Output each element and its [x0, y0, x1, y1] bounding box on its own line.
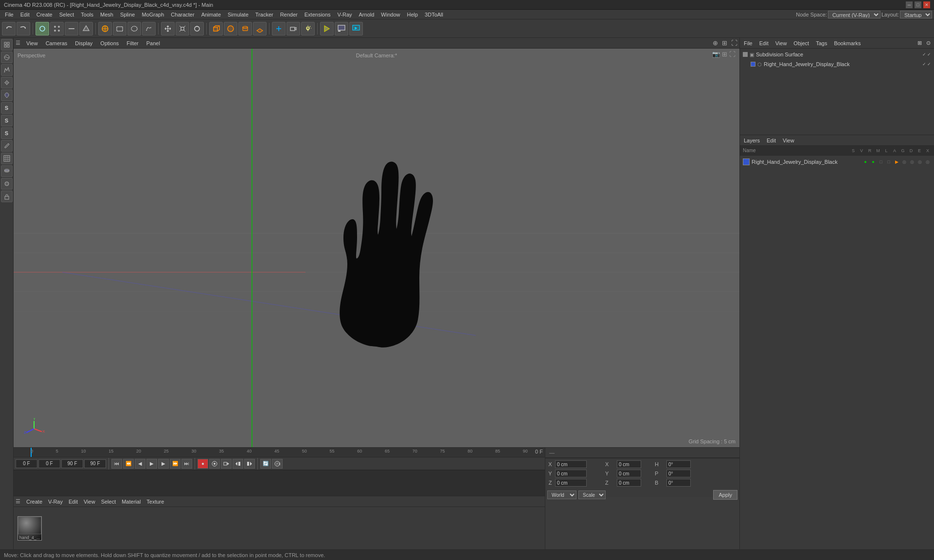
- layer-item-hand[interactable]: Right_Hand_Jewelry_Display_Black ● ● □ □…: [741, 157, 933, 167]
- menu-file[interactable]: File: [2, 11, 17, 18]
- om-menu-tags[interactable]: Tags: [814, 39, 829, 47]
- freehand-select-button[interactable]: [142, 22, 156, 35]
- layer-icon-lock[interactable]: □: [885, 159, 892, 164]
- vp-menu-cameras[interactable]: Cameras: [44, 39, 70, 47]
- prev-key-button[interactable]: ⏪: [123, 459, 134, 469]
- body-paint-tool[interactable]: [1, 89, 13, 101]
- menu-animate[interactable]: Animate: [198, 11, 224, 18]
- node-space-dropdown[interactable]: Current (V-Ray): [828, 11, 880, 18]
- box-button[interactable]: [209, 22, 223, 35]
- rotate-button[interactable]: [190, 22, 204, 35]
- plane-button[interactable]: [253, 22, 267, 35]
- layer-icon-eye[interactable]: ●: [862, 159, 869, 164]
- scale-button[interactable]: [176, 22, 189, 35]
- om-filter-icon[interactable]: ⊞: [916, 39, 923, 47]
- menu-select[interactable]: Select: [56, 11, 77, 18]
- timeline-track[interactable]: [14, 470, 545, 496]
- vp-menu-options[interactable]: Options: [98, 39, 121, 47]
- next-frame-button[interactable]: ▶: [158, 459, 169, 469]
- coord-p-input[interactable]: [666, 470, 691, 477]
- render-button[interactable]: [320, 22, 334, 35]
- object-item-hand[interactable]: ⬡ Right_Hand_Jewelry_Display_Black ✓ ✓: [741, 59, 933, 69]
- mat-menu-edit[interactable]: Edit: [67, 498, 80, 506]
- polygon-mode-button[interactable]: [79, 22, 93, 35]
- mat-hamburger[interactable]: ☰: [16, 498, 20, 505]
- menu-3dtoall[interactable]: 3DToAll: [422, 11, 446, 18]
- mat-menu-view[interactable]: View: [82, 498, 97, 506]
- vp-menu-display[interactable]: Display: [73, 39, 94, 47]
- vp-menu-filter[interactable]: Filter: [125, 39, 140, 47]
- lp-menu-layers[interactable]: Layers: [742, 137, 762, 144]
- mat-menu-material[interactable]: Material: [120, 498, 143, 506]
- grid-paint-tool[interactable]: [1, 153, 13, 164]
- layer-icon-anim[interactable]: ▶: [893, 159, 900, 164]
- menu-window[interactable]: Window: [378, 11, 403, 18]
- viewport-canvas[interactable]: Perspective Default Camera:* 📷 ⊞ ⛶ Grid …: [14, 49, 739, 447]
- uv-tool[interactable]: [1, 52, 13, 63]
- world-coord-dropdown[interactable]: World Object Parent: [547, 490, 576, 499]
- menu-tracker[interactable]: Tracker: [252, 11, 276, 18]
- light-button[interactable]: [301, 22, 315, 35]
- vis-check-1[interactable]: ✓: [922, 52, 926, 57]
- mat-menu-vray[interactable]: V-Ray: [46, 498, 65, 506]
- coord-z2-input[interactable]: [617, 479, 641, 487]
- mesh-mode-button[interactable]: [50, 22, 64, 35]
- s-tool-2[interactable]: S: [1, 115, 13, 126]
- cylinder-button[interactable]: [238, 22, 252, 35]
- layer-icon-render[interactable]: ●: [870, 159, 877, 164]
- play-button[interactable]: ▶: [146, 459, 157, 469]
- menu-create[interactable]: Create: [34, 11, 55, 18]
- prev-marker-button[interactable]: [233, 459, 243, 469]
- model-tool[interactable]: [1, 39, 13, 51]
- loop-button[interactable]: 🔄: [260, 459, 271, 469]
- layer-icon-gen[interactable]: ◎: [901, 159, 908, 164]
- vp-hamburger[interactable]: ☰: [16, 40, 20, 46]
- om-menu-file[interactable]: File: [742, 39, 754, 47]
- null-button[interactable]: [272, 22, 286, 35]
- vp-camera-icon[interactable]: 📷: [712, 51, 720, 58]
- vp-menu-view[interactable]: View: [24, 39, 40, 47]
- om-menu-object[interactable]: Object: [791, 39, 811, 47]
- menu-mesh[interactable]: Mesh: [97, 11, 116, 18]
- coord-z-input[interactable]: [555, 479, 587, 487]
- end-frame-input[interactable]: [84, 459, 106, 468]
- start-frame-input[interactable]: [38, 459, 60, 468]
- close-button[interactable]: ✕: [923, 1, 930, 8]
- minimize-button[interactable]: ─: [906, 1, 913, 8]
- coord-b-input[interactable]: [666, 479, 691, 487]
- menu-spline[interactable]: Spline: [117, 11, 138, 18]
- undo-button[interactable]: [2, 22, 16, 35]
- edge-paint-tool[interactable]: [1, 178, 13, 190]
- edge-mode-button[interactable]: [65, 22, 78, 35]
- camera-button[interactable]: [287, 22, 300, 35]
- apply-button[interactable]: Apply: [713, 490, 737, 500]
- lock-tool[interactable]: [1, 191, 13, 202]
- object-item-subdivision[interactable]: ▣ Subdivision Surface ✓ ✓: [741, 50, 933, 59]
- layer-paint-tool[interactable]: [1, 165, 13, 177]
- menu-render[interactable]: Render: [277, 11, 301, 18]
- layer-icon-deform[interactable]: ◎: [909, 159, 916, 164]
- end-frame-display[interactable]: [61, 459, 83, 468]
- vp-icon-frame[interactable]: ⊞: [722, 39, 727, 47]
- timeline-ruler[interactable]: 0 5 10 15 20 25 30 35 40: [14, 448, 545, 457]
- vis-render-2[interactable]: ✓: [927, 62, 931, 67]
- menu-character[interactable]: Character: [168, 11, 197, 18]
- layout-dropdown[interactable]: Startup: [900, 11, 932, 18]
- menu-vray[interactable]: V-Ray: [335, 11, 355, 18]
- vp-frame-icon[interactable]: ⊞: [722, 51, 727, 58]
- maximize-button[interactable]: □: [915, 1, 921, 8]
- sphere-button[interactable]: [224, 22, 237, 35]
- menu-simulate[interactable]: Simulate: [225, 11, 251, 18]
- s-tool-3[interactable]: S: [1, 127, 13, 139]
- sculpt-tool[interactable]: [1, 64, 13, 76]
- playback-options-button[interactable]: FX: [272, 459, 283, 469]
- menu-edit[interactable]: Edit: [18, 11, 33, 18]
- redo-button[interactable]: [17, 22, 30, 35]
- menu-arnold[interactable]: Arnold: [356, 11, 377, 18]
- vp-expand-icon[interactable]: ⛶: [729, 51, 736, 58]
- rect-select-button[interactable]: [113, 22, 126, 35]
- lp-menu-view[interactable]: View: [781, 137, 796, 144]
- vis-check-2[interactable]: ✓: [922, 62, 926, 67]
- mat-menu-texture[interactable]: Texture: [144, 498, 166, 506]
- vp-menu-panel[interactable]: Panel: [144, 39, 162, 47]
